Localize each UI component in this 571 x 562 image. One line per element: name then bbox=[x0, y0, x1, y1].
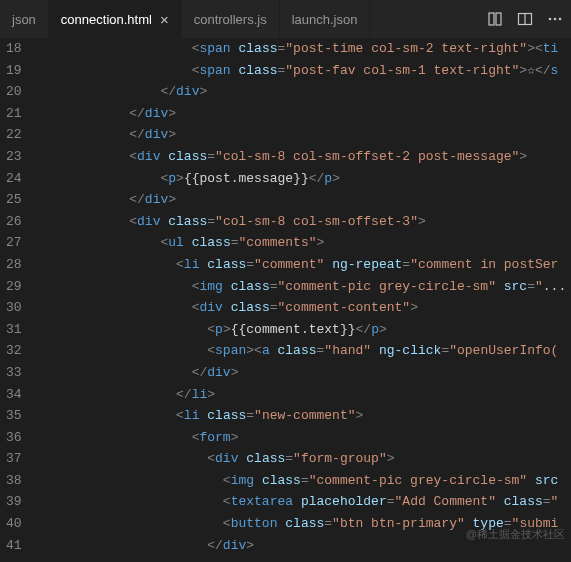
line-number: 31 bbox=[6, 319, 22, 341]
code-line[interactable]: </li> bbox=[36, 384, 571, 406]
code-line[interactable]: <p>{{post.message}}</p> bbox=[36, 168, 571, 190]
code-line[interactable]: <span class="post-time col-sm-2 text-rig… bbox=[36, 38, 571, 60]
close-icon[interactable]: × bbox=[160, 11, 169, 28]
line-number: 18 bbox=[6, 38, 22, 60]
line-number: 36 bbox=[6, 427, 22, 449]
compare-icon[interactable] bbox=[487, 11, 503, 27]
line-number: 38 bbox=[6, 470, 22, 492]
code-line[interactable]: <div class="form-group"> bbox=[36, 448, 571, 470]
line-number: 39 bbox=[6, 491, 22, 513]
watermark: @稀土掘金技术社区 bbox=[466, 527, 565, 542]
line-number: 22 bbox=[6, 124, 22, 146]
code-line[interactable]: </div> bbox=[36, 81, 571, 103]
line-number: 34 bbox=[6, 384, 22, 406]
line-number: 32 bbox=[6, 340, 22, 362]
code-line[interactable]: </div> bbox=[36, 362, 571, 384]
code-line[interactable]: <li class="comment" ng-repeat="comment i… bbox=[36, 254, 571, 276]
code-line[interactable]: <div class="col-sm-8 col-sm-offset-3"> bbox=[36, 211, 571, 233]
tab-bar: json connection.html × controllers.js la… bbox=[0, 0, 571, 38]
line-number: 29 bbox=[6, 276, 22, 298]
tab-connection-html[interactable]: connection.html × bbox=[49, 0, 182, 38]
line-number: 35 bbox=[6, 405, 22, 427]
code-line[interactable]: <ul class="comments"> bbox=[36, 232, 571, 254]
tab-launch-json[interactable]: launch.json bbox=[280, 0, 371, 38]
line-number: 27 bbox=[6, 232, 22, 254]
line-number: 23 bbox=[6, 146, 22, 168]
svg-rect-0 bbox=[489, 13, 494, 25]
tab-json[interactable]: json bbox=[0, 0, 49, 38]
code-line[interactable]: <li class="new-comment"> bbox=[36, 405, 571, 427]
line-number: 20 bbox=[6, 81, 22, 103]
line-number: 30 bbox=[6, 297, 22, 319]
line-number: 40 bbox=[6, 513, 22, 535]
line-number: 19 bbox=[6, 60, 22, 82]
code-line[interactable]: <div class="col-sm-8 col-sm-offset-2 pos… bbox=[36, 146, 571, 168]
split-editor-icon[interactable] bbox=[517, 11, 533, 27]
tab-controllers-js[interactable]: controllers.js bbox=[182, 0, 280, 38]
line-number: 25 bbox=[6, 189, 22, 211]
line-number: 28 bbox=[6, 254, 22, 276]
tab-actions bbox=[479, 0, 571, 38]
line-number: 33 bbox=[6, 362, 22, 384]
line-number: 41 bbox=[6, 535, 22, 557]
line-number-gutter: 1819202122232425262728293031323334353637… bbox=[0, 38, 36, 562]
code-line[interactable]: </div> bbox=[36, 124, 571, 146]
code-line[interactable]: <textarea placeholder="Add Comment" clas… bbox=[36, 491, 571, 513]
code-editor[interactable]: 1819202122232425262728293031323334353637… bbox=[0, 38, 571, 562]
more-icon[interactable] bbox=[547, 11, 563, 27]
code-line[interactable]: <div class="comment-content"> bbox=[36, 297, 571, 319]
line-number: 21 bbox=[6, 103, 22, 125]
svg-point-5 bbox=[554, 18, 557, 21]
code-line[interactable]: </div> bbox=[36, 103, 571, 125]
code-line[interactable]: <span><a class="hand" ng-click="openUser… bbox=[36, 340, 571, 362]
code-line[interactable]: <p>{{comment.text}}</p> bbox=[36, 319, 571, 341]
code-line[interactable]: <img class="comment-pic grey-circle-sm" … bbox=[36, 276, 571, 298]
code-line[interactable]: </div> bbox=[36, 189, 571, 211]
line-number: 26 bbox=[6, 211, 22, 233]
code-line[interactable]: <span class="post-fav col-sm-1 text-righ… bbox=[36, 60, 571, 82]
svg-rect-1 bbox=[496, 13, 501, 25]
code-line[interactable]: <form> bbox=[36, 427, 571, 449]
line-number: 24 bbox=[6, 168, 22, 190]
svg-point-6 bbox=[559, 18, 562, 21]
line-number: 37 bbox=[6, 448, 22, 470]
code-line[interactable]: <img class="comment-pic grey-circle-sm" … bbox=[36, 470, 571, 492]
code-content[interactable]: <span class="post-time col-sm-2 text-rig… bbox=[36, 38, 571, 562]
svg-point-4 bbox=[549, 18, 552, 21]
